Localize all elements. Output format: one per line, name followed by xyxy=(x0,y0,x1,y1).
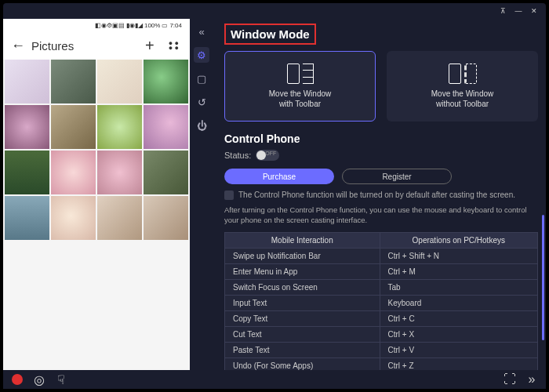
checkbox-label: The Control Phone function will be turne… xyxy=(238,191,515,199)
settings-panel: Window Mode Move the Windowwith Toolbar … xyxy=(213,19,546,389)
title-bar: ⊼ — ✕ xyxy=(3,3,546,19)
phone-mirror: ◧◉⚙▣▤ ▮◉▮◢ 100% ▭ 7:04 ← Pictures + ● ●●… xyxy=(3,19,190,389)
gallery-thumb[interactable] xyxy=(51,105,96,149)
gallery-thumb[interactable] xyxy=(144,105,188,149)
gallery-thumb[interactable] xyxy=(97,60,142,103)
table-cell: Keyboard xyxy=(380,295,537,310)
battery-text: 100% xyxy=(144,22,160,29)
gallery-thumb[interactable] xyxy=(5,151,49,194)
phone-title: Pictures xyxy=(31,39,134,53)
gallery-thumb[interactable] xyxy=(5,60,49,103)
table-cell: Ctrl + C xyxy=(380,310,537,326)
table-cell: Ctrl + M xyxy=(380,263,537,279)
record-button[interactable] xyxy=(11,373,24,386)
phone-status-bar: ◧◉⚙▣▤ ▮◉▮◢ 100% ▭ 7:04 xyxy=(3,19,190,31)
history-icon[interactable]: ↺ xyxy=(194,94,209,110)
expand-icon[interactable]: » xyxy=(525,373,538,386)
hotkey-table: Mobile Interaction Operations on PC/Hotk… xyxy=(224,232,538,374)
table-cell: Tab xyxy=(380,279,537,295)
gallery-thumb[interactable] xyxy=(51,196,96,240)
clock: 7:04 xyxy=(169,22,182,29)
purchase-button[interactable]: Purchase xyxy=(224,169,334,184)
table-row: Swipe up Notification BarCtrl + Shift + … xyxy=(225,248,538,263)
status-label: Status: xyxy=(224,151,251,160)
device-icon[interactable]: ▢ xyxy=(194,71,209,86)
table-cell: Enter Menu in App xyxy=(225,263,380,279)
table-cell: Input Text xyxy=(225,295,380,310)
scrollbar[interactable] xyxy=(542,66,544,365)
gallery-thumb[interactable] xyxy=(144,60,188,103)
mode-without-toolbar-icon xyxy=(449,64,477,84)
table-row: Input TextKeyboard xyxy=(225,295,538,310)
mode-with-label: Move the Windowwith Toolbar xyxy=(269,89,331,109)
gallery-thumb[interactable] xyxy=(5,196,49,240)
add-icon[interactable]: + xyxy=(140,37,159,55)
mode-without-toolbar[interactable]: Move the Windowwithout Toolbar xyxy=(387,51,538,122)
pointer-icon[interactable]: ☟ xyxy=(55,373,67,386)
register-button[interactable]: Register xyxy=(342,169,452,184)
window-mode-title: Window Mode xyxy=(224,24,316,45)
gallery-thumb[interactable] xyxy=(144,151,188,194)
gallery-thumb[interactable] xyxy=(144,196,188,240)
control-toggle[interactable]: OFF xyxy=(256,150,279,161)
table-cell: Cut Text xyxy=(225,326,380,342)
table-row: Switch Focus on ScreenTab xyxy=(225,279,538,295)
mode-with-toolbar-icon xyxy=(287,64,314,84)
power-icon[interactable]: ⏻ xyxy=(194,118,209,133)
bottom-bar: ◎ ☟ ⛶ » xyxy=(3,370,546,389)
minimize-button[interactable]: — xyxy=(513,5,524,16)
screenshot-icon[interactable]: ◎ xyxy=(33,373,45,386)
battery-icon: ▭ xyxy=(162,22,168,29)
table-row: Enter Menu in AppCtrl + M xyxy=(225,263,538,279)
fullscreen-icon[interactable]: ⛶ xyxy=(504,373,516,386)
phone-header: ← Pictures + ● ●● ● xyxy=(3,31,190,60)
pin-button[interactable]: ⊼ xyxy=(497,5,508,16)
table-cell: Ctrl + V xyxy=(380,342,537,358)
table-row: Paste TextCtrl + V xyxy=(225,342,538,358)
col-mobile: Mobile Interaction xyxy=(225,232,380,248)
collapse-icon[interactable]: « xyxy=(194,24,209,39)
default-on-checkbox[interactable] xyxy=(224,191,234,200)
gallery-thumb[interactable] xyxy=(51,151,96,194)
table-row: Copy TextCtrl + C xyxy=(225,310,538,326)
gallery-thumb[interactable] xyxy=(5,105,49,149)
back-icon[interactable]: ← xyxy=(11,38,25,54)
gallery-thumb[interactable] xyxy=(97,196,142,240)
gallery-thumb[interactable] xyxy=(51,60,96,103)
side-toolbar: « ⚙ ▢ ↺ ⏻ xyxy=(190,19,213,389)
signal-icon: ▮◉▮◢ xyxy=(126,22,143,29)
toggle-label: OFF xyxy=(265,151,276,156)
table-cell: Switch Focus on Screen xyxy=(225,279,380,295)
col-pc: Operations on PC/Hotkeys xyxy=(380,232,537,248)
menu-icon[interactable]: ● ●● ● xyxy=(165,41,182,50)
settings-icon[interactable]: ⚙ xyxy=(194,47,209,63)
mode-without-label: Move the Windowwithout Toolbar xyxy=(431,89,493,109)
control-info: After turning on the Control Phone funct… xyxy=(224,205,538,226)
table-cell: Ctrl + Shift + N xyxy=(380,248,537,263)
table-row: Cut TextCtrl + X xyxy=(225,326,538,342)
mode-with-toolbar[interactable]: Move the Windowwith Toolbar xyxy=(224,51,376,122)
control-phone-title: Control Phone xyxy=(224,132,538,145)
gallery-thumb[interactable] xyxy=(97,105,142,149)
notif-icon: ◧◉⚙▣▤ xyxy=(95,22,125,29)
close-button[interactable]: ✕ xyxy=(529,5,540,16)
table-cell: Paste Text xyxy=(225,342,380,358)
table-cell: Ctrl + X xyxy=(380,326,537,342)
table-cell: Copy Text xyxy=(225,310,380,326)
gallery-grid[interactable] xyxy=(3,60,190,389)
gallery-thumb[interactable] xyxy=(97,151,142,194)
table-cell: Swipe up Notification Bar xyxy=(225,248,380,263)
